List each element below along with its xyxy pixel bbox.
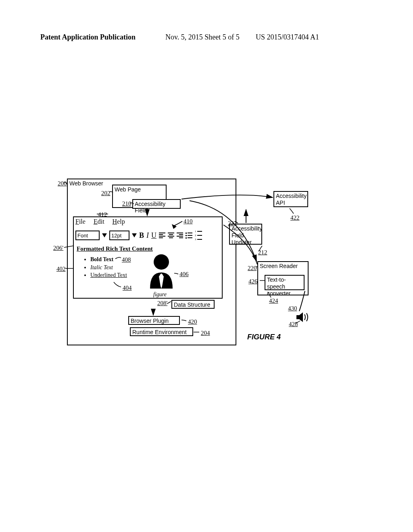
menu-help[interactable]: Help bbox=[113, 218, 125, 225]
screen-reader-label: Screen Reader bbox=[258, 262, 308, 270]
ref-408: 408 bbox=[122, 256, 131, 263]
ref-426: 426 bbox=[248, 278, 258, 285]
header-left: Patent Application Publication bbox=[40, 33, 136, 42]
ref-420: 420 bbox=[188, 318, 197, 325]
menu-bar: File Edit Help bbox=[75, 218, 125, 225]
figure-label: FIGURE 4 bbox=[247, 333, 281, 341]
italic-button[interactable]: I bbox=[146, 231, 149, 240]
menu-edit[interactable]: Edit bbox=[94, 218, 104, 225]
tts-label: Text-to-speech converter bbox=[265, 276, 304, 297]
ref-430: 430 bbox=[288, 305, 297, 312]
underline-button[interactable]: U bbox=[151, 231, 156, 240]
svg-point-0 bbox=[154, 254, 169, 270]
web-browser-label: Web Browser bbox=[69, 180, 106, 187]
bulleted-list-icon[interactable] bbox=[186, 233, 192, 239]
speaker-icon bbox=[296, 312, 310, 324]
browser-plugin-box: Browser Plugin bbox=[128, 316, 180, 325]
ref-200: 200 bbox=[58, 180, 67, 187]
ref-424: 424 bbox=[269, 297, 278, 304]
ref-410: 410 bbox=[184, 218, 193, 225]
ref-222: 222 bbox=[228, 220, 237, 227]
header-right: US 2015/0317404 A1 bbox=[256, 33, 319, 42]
ref-406: 406 bbox=[179, 271, 189, 278]
ref-422: 422 bbox=[290, 214, 300, 221]
ref-220: 220 bbox=[248, 265, 257, 272]
accessibility-api-label: Accessibility API bbox=[274, 192, 307, 207]
ref-428: 428 bbox=[289, 321, 298, 328]
accessibility-field-box: Accessibility Field bbox=[132, 199, 181, 209]
ref-208: 208' bbox=[157, 300, 167, 307]
runtime-env-label: Runtime Environment bbox=[131, 328, 192, 336]
field-updater-label: Accessibility Field Updater bbox=[230, 224, 261, 246]
page: Patent Application Publication Nov. 5, 2… bbox=[0, 0, 413, 532]
ref-412: 412 bbox=[98, 211, 107, 218]
svg-point-1 bbox=[160, 274, 163, 277]
font-select-caret-icon[interactable] bbox=[102, 233, 107, 237]
align-center-icon[interactable] bbox=[168, 233, 174, 238]
avatar-caption: figure bbox=[153, 291, 167, 298]
avatar-image bbox=[147, 253, 176, 293]
ref-204: 204 bbox=[201, 330, 210, 337]
ref-210: 210 bbox=[122, 200, 131, 207]
font-select[interactable]: Font bbox=[75, 231, 100, 240]
size-select-caret-icon[interactable] bbox=[132, 233, 137, 237]
runtime-env-box: Runtime Environment bbox=[130, 327, 193, 336]
bullet-underline: Underlined Text bbox=[90, 271, 127, 279]
rtf-bullets: Bold Text Italic Text Underlined Text bbox=[85, 256, 127, 279]
browser-plugin-label: Browser Plugin bbox=[129, 317, 179, 325]
align-left-icon[interactable] bbox=[159, 233, 165, 238]
numbered-list-icon[interactable]: 1 2 3 bbox=[195, 230, 202, 241]
ref-404: 404 bbox=[123, 285, 132, 291]
header-mid: Nov. 5, 2015 Sheet 5 of 5 bbox=[165, 33, 240, 42]
accessibility-field-label: Accessibility Field bbox=[133, 200, 180, 214]
ref-212: 212 bbox=[258, 249, 267, 256]
toolbar: Font 12pt B I U 1 2 3 bbox=[75, 230, 202, 241]
bold-button[interactable]: B bbox=[139, 231, 144, 240]
size-select[interactable]: 12pt bbox=[109, 231, 129, 240]
tts-box: Text-to-speech converter bbox=[265, 275, 305, 290]
data-structure-label: Data Structure bbox=[172, 301, 214, 309]
menu-file[interactable]: File bbox=[75, 218, 86, 225]
align-right-icon[interactable] bbox=[177, 233, 183, 238]
ref-402: 402 bbox=[56, 266, 66, 272]
bullet-italic: Italic Text bbox=[90, 264, 127, 272]
accessibility-api-box: Accessibility API bbox=[273, 191, 308, 207]
ref-206: 206' bbox=[53, 245, 63, 251]
web-page-label: Web Page bbox=[113, 185, 166, 193]
ref-202: 202 bbox=[101, 190, 111, 197]
rtf-heading: Formatted Rich Text Content bbox=[77, 245, 153, 252]
data-structure-box: Data Structure bbox=[171, 300, 215, 309]
